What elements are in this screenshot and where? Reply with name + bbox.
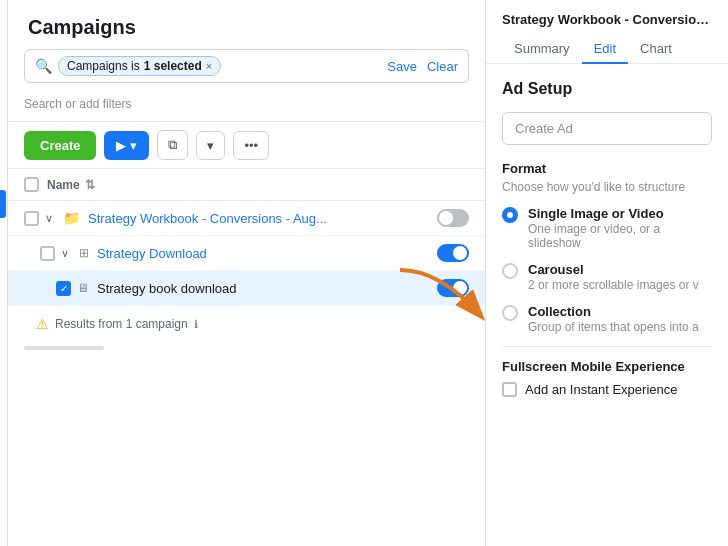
warning-icon: ⚠ xyxy=(36,316,49,332)
format-description: Choose how you'd like to structure xyxy=(502,180,712,194)
table-row: ✓ 🖥 Strategy book download xyxy=(8,271,485,306)
blue-indicator xyxy=(0,190,6,218)
caret-icon: ▾ xyxy=(207,138,214,153)
filter-pill-close[interactable]: × xyxy=(206,60,212,72)
campaign-name[interactable]: Strategy Workbook - Conversions - Aug... xyxy=(88,211,431,226)
right-panel-header: Strategy Workbook - Conversions - Summar… xyxy=(486,0,728,64)
row-checkbox[interactable] xyxy=(40,246,55,261)
copy-button[interactable]: ⧉ xyxy=(157,130,188,160)
right-panel: Strategy Workbook - Conversions - Summar… xyxy=(486,0,728,546)
radio-carousel-text: Carousel 2 or more scrollable images or … xyxy=(528,262,699,292)
fullscreen-title: Fullscreen Mobile Experience xyxy=(502,359,712,374)
format-label: Format xyxy=(502,161,712,176)
chevron-icon[interactable]: ∨ xyxy=(45,212,57,225)
results-text: Results from 1 campaign xyxy=(55,317,188,331)
ad-toggle[interactable] xyxy=(437,279,469,297)
radio-collection-text: Collection Group of items that opens int… xyxy=(528,304,699,334)
name-col-label: Name xyxy=(47,178,80,192)
radio-collection-desc: Group of items that opens into a xyxy=(528,320,699,334)
ad-name[interactable]: Strategy book download xyxy=(97,281,431,296)
campaign-list: ∨ 📁 Strategy Workbook - Conversions - Au… xyxy=(8,201,485,546)
ad-setup-title: Ad Setup xyxy=(502,80,712,98)
right-panel-title: Strategy Workbook - Conversions - xyxy=(502,12,712,27)
table-row: ∨ 📁 Strategy Workbook - Conversions - Au… xyxy=(8,201,485,236)
adset-icon: ⊞ xyxy=(79,246,89,260)
play-caret: ▾ xyxy=(130,138,137,153)
table-row: ∨ ⊞ Strategy Download xyxy=(8,236,485,271)
table-header: Name ⇅ xyxy=(8,169,485,201)
filter-save-button[interactable]: Save xyxy=(387,59,417,74)
results-row: ⚠ Results from 1 campaign ℹ xyxy=(8,306,485,342)
page-title: Campaigns xyxy=(8,0,485,49)
filter-pill-text: Campaigns is xyxy=(67,59,140,73)
radio-collection[interactable] xyxy=(502,305,518,321)
ad-icon: 🖥 xyxy=(77,281,89,295)
right-panel-content: Ad Setup Create Ad Format Choose how you… xyxy=(486,64,728,546)
format-option-carousel[interactable]: Carousel 2 or more scrollable images or … xyxy=(502,262,712,292)
play-icon: ▶ xyxy=(116,138,126,153)
radio-carousel[interactable] xyxy=(502,263,518,279)
radio-single-text: Single Image or Video One image or video… xyxy=(528,206,712,250)
instant-exp-checkbox[interactable] xyxy=(502,382,517,397)
scrollbar-hint[interactable] xyxy=(24,346,104,350)
left-sidebar xyxy=(0,0,8,546)
radio-single-desc: One image or video, or a slideshow xyxy=(528,222,712,250)
info-icon[interactable]: ℹ xyxy=(194,318,198,331)
campaigns-panel: Campaigns 🔍 Campaigns is 1 selected × Sa… xyxy=(8,0,486,546)
instant-exp-label: Add an Instant Experience xyxy=(525,382,678,397)
play-button[interactable]: ▶ ▾ xyxy=(104,131,149,160)
toolbar: Create ▶ ▾ ⧉ ▾ ••• xyxy=(8,121,485,169)
divider xyxy=(502,346,712,347)
folder-icon: 📁 xyxy=(63,210,80,226)
search-icon: 🔍 xyxy=(35,58,52,74)
tab-edit[interactable]: Edit xyxy=(582,35,628,64)
tab-chart[interactable]: Chart xyxy=(628,35,684,64)
row-checkbox[interactable] xyxy=(24,211,39,226)
adset-toggle[interactable] xyxy=(437,244,469,262)
adset-name[interactable]: Strategy Download xyxy=(97,246,431,261)
create-button[interactable]: Create xyxy=(24,131,96,160)
filter-secondary-text: Search or add filters xyxy=(8,93,485,121)
filter-pill[interactable]: Campaigns is 1 selected × xyxy=(58,56,221,76)
radio-single[interactable] xyxy=(502,207,518,223)
radio-collection-label: Collection xyxy=(528,304,699,319)
chevron-icon[interactable]: ∨ xyxy=(61,247,73,260)
tab-summary[interactable]: Summary xyxy=(502,35,582,64)
radio-single-label: Single Image or Video xyxy=(528,206,712,221)
radio-carousel-label: Carousel xyxy=(528,262,699,277)
campaign-toggle[interactable] xyxy=(437,209,469,227)
select-all-checkbox[interactable] xyxy=(24,177,39,192)
radio-carousel-desc: 2 or more scrollable images or v xyxy=(528,278,699,292)
sort-icon[interactable]: ⇅ xyxy=(85,178,95,192)
more-options-button[interactable]: ••• xyxy=(233,131,269,160)
filter-pill-bold: 1 selected xyxy=(144,59,202,73)
filter-actions: Save Clear xyxy=(387,59,458,74)
format-option-collection[interactable]: Collection Group of items that opens int… xyxy=(502,304,712,334)
more-dropdown-button[interactable]: ▾ xyxy=(196,131,225,160)
tab-bar: Summary Edit Chart xyxy=(502,35,712,63)
filter-clear-button[interactable]: Clear xyxy=(427,59,458,74)
name-column-header: Name ⇅ xyxy=(47,178,95,192)
instant-experience-row: Add an Instant Experience xyxy=(502,382,712,397)
format-option-single[interactable]: Single Image or Video One image or video… xyxy=(502,206,712,250)
create-ad-input[interactable]: Create Ad xyxy=(502,112,712,145)
filter-bar: 🔍 Campaigns is 1 selected × Save Clear xyxy=(24,49,469,83)
row-checkbox[interactable]: ✓ xyxy=(56,281,71,296)
